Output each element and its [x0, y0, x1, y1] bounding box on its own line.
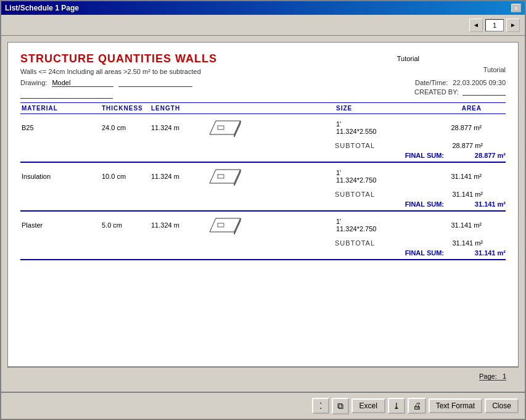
col-material: MATERIAL: [20, 104, 101, 112]
tutorial-text: Tutorial: [397, 55, 419, 62]
tutorial-label: Tutorial: [483, 66, 506, 73]
subtotal-row-b25: SUBTOTAL 28.877 m²: [20, 141, 506, 150]
prev-page-button[interactable]: ◄: [469, 19, 483, 32]
content-area: STRUCTURE QUANTITIES WALLS Walls <= 24cm…: [1, 36, 525, 392]
report-title: STRUCTURE QUANTITIES WALLS: [20, 52, 506, 65]
col-length: LENGTH: [150, 104, 199, 112]
size-b25: 1' 11.324*2.550: [335, 120, 384, 136]
col-thickness: THICKNESS: [101, 104, 150, 112]
report-meta: Drawing: Model Date/Time: 22.03.2005 09:…: [20, 79, 506, 99]
table-header: MATERIAL THICKNESS LENGTH SIZE AREA: [20, 102, 506, 114]
next-page-button[interactable]: ►: [506, 19, 520, 32]
datetime-label: Date/Time:: [415, 79, 448, 86]
print-button[interactable]: 🖨: [408, 398, 426, 414]
subtotal-value-insulation: 31.141 m²: [384, 191, 483, 198]
col-area: AREA: [384, 104, 483, 112]
shape-b25: [199, 115, 335, 139]
final-sum-row-b25: FINAL SUM: 28.877 m²: [20, 150, 506, 162]
meta-left: Drawing: Model: [20, 79, 192, 99]
page-ref: Page: 1: [479, 373, 506, 381]
main-window: List/Schedule 1 Page × ◄ 1 ► STRUCTURE Q…: [0, 0, 526, 420]
size-plaster: 1' 11.324*2.750: [335, 217, 384, 233]
shape-insulation: [199, 164, 335, 188]
download-button[interactable]: ⤓: [388, 398, 405, 414]
subtotal-label-plaster: SUBTOTAL: [335, 239, 384, 247]
page-number: 1: [503, 373, 506, 380]
material-plaster: Plaster: [20, 221, 101, 229]
final-value-b25: 28.877 m²: [456, 152, 506, 159]
size-insulation: 1' 11.324*2.750: [335, 168, 384, 184]
subtotal-value-plaster: 31.141 m²: [384, 239, 483, 247]
icon2-symbol: ⧉: [337, 401, 343, 411]
created-by-line: CREATED BY:: [414, 88, 506, 96]
final-sum-row-insulation: FINAL SUM: 31.141 m²: [20, 199, 506, 210]
subtotal-value-b25: 28.877 m²: [384, 142, 483, 149]
window-title: List/Schedule 1 Page: [5, 4, 79, 12]
drawing-label: Drawing:: [20, 79, 47, 87]
footer-buttons: ⁚ ⧉ Excel ⤓ 🖨 Text Format Close: [1, 392, 525, 419]
table-row: B25 24.0 cm 11.324 m 1' 11.324*2.550 28.…: [20, 114, 506, 141]
area-insulation: 31.141 m²: [384, 172, 483, 181]
thickness-b25: 24.0 cm: [101, 123, 150, 132]
subtotal-row-insulation: SUBTOTAL 31.141 m²: [20, 189, 506, 199]
thickness-plaster: 5.0 cm: [101, 221, 150, 229]
length-plaster: 11.324 m: [150, 221, 199, 229]
page-number-display: 1: [485, 19, 504, 31]
page-label: Page:: [479, 373, 497, 380]
excel-button[interactable]: Excel: [351, 398, 385, 413]
section-b25: B25 24.0 cm 11.324 m 1' 11.324*2.550 28.…: [20, 114, 506, 163]
final-label-plaster: FINAL SUM:: [405, 249, 444, 257]
page-footer: Page: 1: [7, 367, 519, 385]
final-value-insulation: 31.141 m²: [456, 200, 506, 208]
text-format-button[interactable]: Text Format: [429, 398, 482, 413]
subtotal-row-plaster: SUBTOTAL 31.141 m²: [20, 238, 506, 248]
created-by-label: CREATED BY:: [414, 88, 459, 96]
drawing-value: Model: [52, 79, 113, 87]
window-close-button[interactable]: ×: [511, 4, 521, 12]
created-by-value: [462, 88, 506, 96]
report-subtitle: Walls <= 24cm Including all areas >2.50 …: [20, 68, 506, 75]
final-label-b25: FINAL SUM:: [405, 152, 444, 159]
toolbar: ◄ 1 ►: [1, 15, 525, 36]
subtotal-label-b25: SUBTOTAL: [335, 142, 384, 149]
area-b25: 28.877 m²: [384, 123, 483, 132]
col-size: SIZE: [335, 104, 384, 112]
report-container: STRUCTURE QUANTITIES WALLS Walls <= 24cm…: [7, 42, 519, 367]
download-icon: ⤓: [393, 401, 400, 411]
datetime-line: Date/Time: 22.03.2005 09:30: [415, 79, 506, 86]
area-plaster: 31.141 m²: [384, 221, 483, 229]
shape-plaster: [199, 213, 335, 237]
length-b25: 11.324 m: [150, 123, 199, 132]
section-plaster: Plaster 5.0 cm 11.324 m 1' 11.324*2.750 …: [20, 212, 506, 260]
meta-right: Date/Time: 22.03.2005 09:30 CREATED BY: …: [414, 79, 506, 86]
section-insulation: Insulation 10.0 cm 11.324 m 1' 11.324*2.…: [20, 163, 506, 212]
datetime-value: 22.03.2005 09:30: [453, 79, 506, 86]
drawing-line: Drawing: Model: [20, 79, 192, 87]
icon1-symbol: ⁚: [319, 401, 322, 411]
close-button[interactable]: Close: [485, 398, 519, 413]
table-row: Plaster 5.0 cm 11.324 m 1' 11.324*2.750 …: [20, 212, 506, 238]
material-insulation: Insulation: [20, 172, 101, 181]
print-icon: 🖨: [413, 401, 421, 411]
subtotal-label-insulation: SUBTOTAL: [335, 191, 384, 198]
final-sum-row-plaster: FINAL SUM: 31.141 m²: [20, 248, 506, 259]
material-b25: B25: [20, 123, 101, 132]
table-row: Insulation 10.0 cm 11.324 m 1' 11.324*2.…: [20, 163, 506, 189]
icon1-button[interactable]: ⁚: [312, 398, 329, 414]
final-label-insulation: FINAL SUM:: [405, 200, 444, 208]
drawing-blank: [118, 79, 192, 87]
final-value-plaster: 31.141 m²: [456, 249, 506, 257]
length-insulation: 11.324 m: [150, 172, 199, 181]
title-bar: List/Schedule 1 Page ×: [1, 1, 525, 15]
col-empty: [199, 104, 335, 112]
icon2-button[interactable]: ⧉: [332, 398, 349, 414]
thickness-insulation: 10.0 cm: [101, 172, 150, 181]
